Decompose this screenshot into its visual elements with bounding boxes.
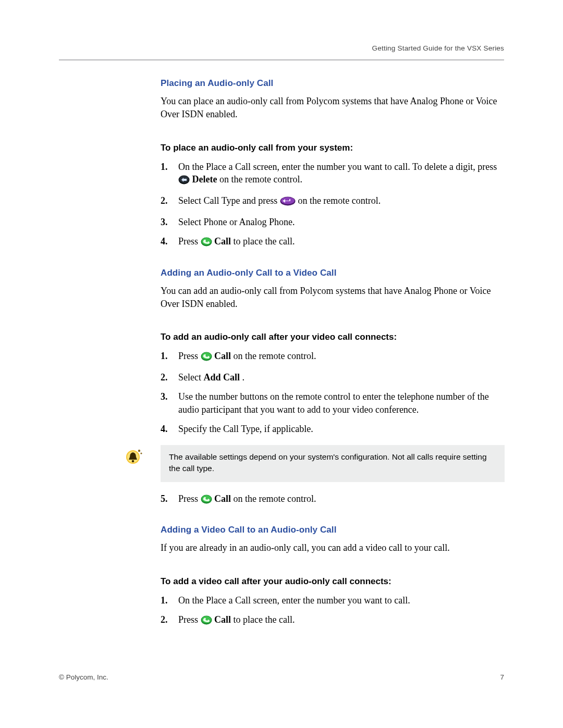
step-text: to place the call. xyxy=(234,614,295,625)
step-text: Select Call Type and press xyxy=(178,195,280,206)
procedure-list: On the Place a Call screen, enter the nu… xyxy=(161,161,505,250)
call-button-icon xyxy=(201,237,212,250)
step: Press Call on the remote control. xyxy=(161,350,505,365)
procedure-list-cont: Press Call on the remote control. xyxy=(161,492,505,508)
header-rule xyxy=(59,59,504,60)
note-bell-icon xyxy=(126,448,143,467)
step-text: On the Place a Call screen, enter the nu… xyxy=(178,162,497,172)
step: Press Call to place the call. xyxy=(161,613,505,628)
procedure-heading: To place an audio-only call from your sy… xyxy=(161,143,505,153)
button-label: Delete xyxy=(192,174,217,184)
call-button-icon xyxy=(201,495,212,508)
step-text: Select xyxy=(178,372,203,382)
step-text: on the remote control. xyxy=(298,195,381,206)
note-block: The available settings depend on your sy… xyxy=(59,445,505,482)
step-text: on the remote control. xyxy=(219,174,302,184)
heading-placing-audio-only: Placing an Audio-only Call xyxy=(161,78,505,89)
call-button-icon xyxy=(201,352,212,365)
page-footer: © Polycom, Inc. 7 xyxy=(59,673,504,681)
step: Select Call Type and press on the remote… xyxy=(161,194,505,209)
procedure-list: On the Place a Call screen, enter the nu… xyxy=(161,594,505,628)
intro-text: If you are already in an audio-only call… xyxy=(161,541,505,554)
step: Specify the Call Type, if applicable. xyxy=(161,423,505,436)
step: Press Call on the remote control. xyxy=(161,492,505,508)
note-text: The available settings depend on your sy… xyxy=(161,445,505,482)
delete-button-icon xyxy=(178,175,190,188)
step-text: Press xyxy=(178,236,201,246)
content-column: Placing an Audio-only Call You can place… xyxy=(161,78,505,628)
step-text: on the remote control. xyxy=(234,351,316,361)
intro-text: You can add an audio-only call from Poly… xyxy=(161,285,505,311)
button-label: Call xyxy=(214,351,231,361)
heading-adding-video-to-audio: Adding a Video Call to an Audio-only Cal… xyxy=(161,525,505,535)
procedure-heading: To add an audio-only call after your vid… xyxy=(161,332,505,342)
step: On the Place a Call screen, enter the nu… xyxy=(161,161,505,189)
step-text: Press xyxy=(178,351,201,361)
step-text: Press xyxy=(178,614,201,625)
running-header: Getting Started Guide for the VSX Series xyxy=(59,44,504,52)
heading-adding-audio-to-video: Adding an Audio-only Call to a Video Cal… xyxy=(161,268,505,278)
step: Select Add Call . xyxy=(161,371,505,384)
procedure-list: Press Call on the remote control. Select… xyxy=(161,350,505,435)
step-text: on the remote control. xyxy=(234,493,316,504)
button-label: Call xyxy=(214,236,231,246)
copyright: © Polycom, Inc. xyxy=(59,673,108,681)
button-label: Call xyxy=(214,614,231,625)
page-number: 7 xyxy=(500,673,504,681)
page: Getting Started Guide for the VSX Series… xyxy=(59,44,504,635)
button-label: Call xyxy=(214,493,231,504)
step-text: . xyxy=(242,372,245,382)
intro-text: You can place an audio-only call from Po… xyxy=(161,95,505,121)
button-label: Add Call xyxy=(203,372,240,382)
call-button-icon xyxy=(201,615,212,628)
step: Use the number buttons on the remote con… xyxy=(161,390,505,416)
step-text: Press xyxy=(178,493,201,504)
step-text: to place the call. xyxy=(234,236,295,246)
step: Press Call to place the call. xyxy=(161,235,505,250)
step: Select Phone or Analog Phone. xyxy=(161,216,505,229)
procedure-heading: To add a video call after your audio-onl… xyxy=(161,576,505,587)
enter-button-icon xyxy=(280,196,296,209)
step: On the Place a Call screen, enter the nu… xyxy=(161,594,505,607)
